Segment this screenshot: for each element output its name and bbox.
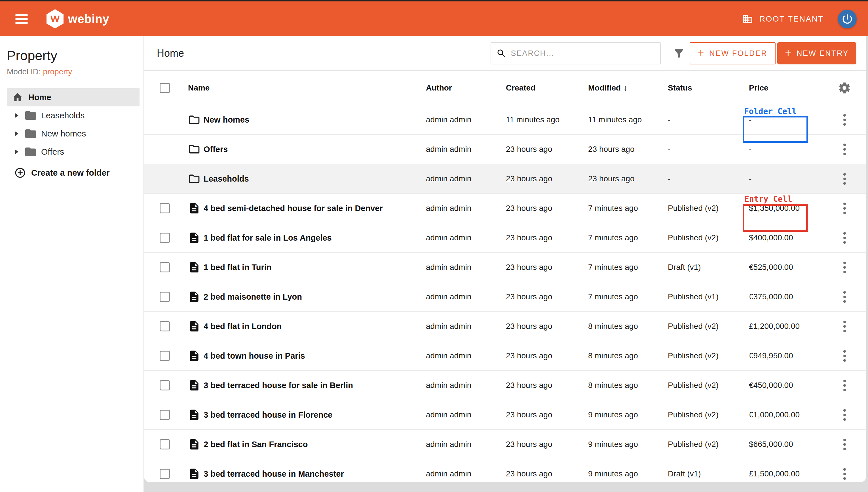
table-row[interactable]: 1 bed flat in Turin admin admin 23 hours… [144,253,866,282]
column-header-status[interactable]: Status [668,83,749,93]
row-actions-menu-icon[interactable] [842,406,848,423]
table-row[interactable]: Leaseholds admin admin 23 hours ago 23 h… [144,164,866,194]
row-created: 23 hours ago [506,204,588,213]
row-modified: 11 minutes ago [588,115,668,124]
row-name: Offers [204,145,426,154]
create-folder-button[interactable]: Create a new folder [7,164,139,182]
row-status-badge: Published (v2) [668,204,749,213]
row-author: admin admin [426,410,506,419]
table-settings-button[interactable] [838,81,851,95]
document-icon [188,320,201,333]
folder-icon [24,109,37,122]
row-price: - [749,174,752,183]
row-actions-menu-icon[interactable] [842,318,848,335]
row-modified: 8 minutes ago [588,322,668,331]
row-author: admin admin [426,351,506,360]
main-area: Home + NEW FOLDER + NEW ENT [144,36,868,492]
table-row[interactable]: 4 bed flat in London admin admin 23 hour… [144,312,866,341]
row-price: £1,500,000.00 [749,469,800,478]
row-created: 23 hours ago [506,145,588,154]
row-actions-menu-icon[interactable] [842,141,848,158]
table-row[interactable]: 3 bed terraced house for sale in Berlin … [144,371,866,400]
table-row[interactable]: 3 bed terraced house in Manchester admin… [144,459,866,482]
row-actions-menu-icon[interactable] [842,377,848,394]
column-header-modified[interactable]: Modified↓ [588,83,668,93]
row-created: 11 minutes ago [506,115,588,124]
sidebar-item-home[interactable]: Home [7,88,139,106]
filter-button[interactable] [673,47,685,59]
row-status-badge: Published (v1) [668,292,749,301]
table-row[interactable]: Offers admin admin 23 hours ago 23 hours… [144,135,866,164]
column-header-price[interactable]: Price [749,83,834,93]
row-checkbox[interactable] [160,321,170,331]
sidebar-item-leaseholds[interactable]: Leaseholds [7,106,139,125]
chevron-right-icon[interactable] [15,113,19,118]
table-row[interactable]: 2 bed maisonette in Lyon admin admin 23 … [144,282,866,312]
select-all-checkbox[interactable] [160,83,170,93]
new-folder-button[interactable]: + NEW FOLDER [690,42,776,65]
tenant-label: ROOT TENANT [759,15,824,24]
column-header-name[interactable]: Name [188,83,426,93]
row-modified: 8 minutes ago [588,351,668,360]
row-modified: 7 minutes ago [588,204,668,213]
table-row[interactable]: 2 bed flat in San Francisco admin admin … [144,430,866,459]
row-checkbox[interactable] [160,203,170,213]
column-header-created[interactable]: Created [506,83,588,93]
row-author: admin admin [426,263,506,272]
search-input[interactable] [511,49,655,58]
table-row[interactable]: 3 bed terraced house in Florence admin a… [144,400,866,430]
document-icon [188,438,201,450]
table-row[interactable]: 4 bed town house in Paris admin admin 23… [144,341,866,371]
table-row[interactable]: 4 bed semi-detached house for sale in De… [144,194,866,223]
row-author: admin admin [426,174,506,183]
webiny-logo-icon: W [47,9,63,29]
row-modified: 8 minutes ago [588,381,668,390]
row-status-badge: Draft (v1) [668,469,749,478]
row-status-badge: - [668,174,749,183]
row-modified: 23 hours ago [588,145,668,154]
row-checkbox[interactable] [160,351,170,361]
row-actions-menu-icon[interactable] [842,170,848,187]
row-name: 3 bed terraced house in Florence [204,410,426,420]
new-entry-button[interactable]: + NEW ENTRY [777,42,857,65]
user-avatar[interactable] [838,10,857,28]
plus-circle-icon [14,167,26,179]
row-status-badge: Published (v2) [668,351,749,360]
toolbar: Home + NEW FOLDER + NEW ENT [144,36,866,71]
row-actions-menu-icon[interactable] [842,111,848,128]
column-header-author[interactable]: Author [426,83,506,93]
chevron-right-icon[interactable] [15,149,19,154]
tenant-selector[interactable]: ROOT TENANT [742,14,824,24]
row-actions-menu-icon[interactable] [842,436,848,453]
row-checkbox[interactable] [160,380,170,390]
row-actions-menu-icon[interactable] [842,229,848,246]
table-row[interactable]: New homes admin admin 11 minutes ago 11 … [144,105,866,135]
row-checkbox[interactable] [160,410,170,420]
folder-icon [188,173,201,185]
row-checkbox[interactable] [160,292,170,302]
row-created: 23 hours ago [506,469,588,478]
row-actions-menu-icon[interactable] [842,288,848,305]
row-checkbox[interactable] [160,439,170,449]
webiny-logo: W webiny [47,9,109,29]
chevron-right-icon[interactable] [15,131,19,136]
row-author: admin admin [426,440,506,449]
row-modified: 7 minutes ago [588,233,668,242]
row-actions-menu-icon[interactable] [842,259,848,276]
row-checkbox[interactable] [160,233,170,243]
row-price: €1,000,000.00 [749,410,800,419]
menu-icon[interactable] [15,14,28,24]
sidebar-item-new-homes[interactable]: New homes [7,125,139,143]
row-modified: 7 minutes ago [588,292,668,301]
model-title: Property [7,48,139,63]
row-checkbox[interactable] [160,469,170,479]
table-row[interactable]: 1 bed flat for sale in Los Angeles admin… [144,223,866,253]
row-created: 23 hours ago [506,174,588,183]
row-checkbox[interactable] [160,262,170,272]
row-actions-menu-icon[interactable] [842,347,848,364]
sidebar: Property Model ID: property Home Leaseho… [0,36,144,492]
sidebar-item-offers[interactable]: Offers [7,143,139,161]
row-author: admin admin [426,381,506,390]
row-actions-menu-icon[interactable] [842,200,848,217]
row-actions-menu-icon[interactable] [842,465,848,482]
